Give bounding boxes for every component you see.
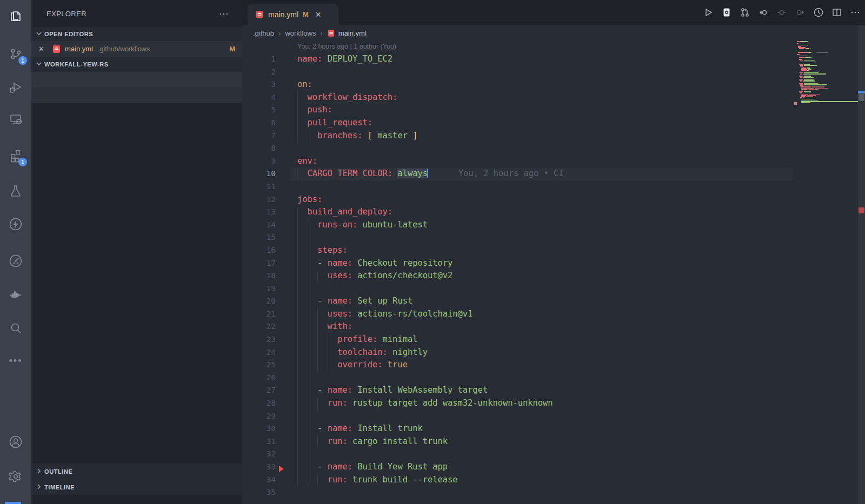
code-line-21[interactable]: 21 uses: actions-rs/toolchain@v1: [242, 308, 865, 321]
gutter-change-marker-icon[interactable]: [279, 466, 284, 472]
code-line-2[interactable]: 2: [242, 66, 865, 79]
open-editor-label: main.yml: [65, 45, 93, 53]
code-line-19[interactable]: 19: [242, 283, 865, 295]
open-editor-main-yml[interactable]: ✕main.yml.github/workflowsM: [31, 41, 242, 57]
code-line-23[interactable]: 23 profile: minimal: [242, 333, 865, 346]
code-line-29[interactable]: 29: [242, 410, 865, 423]
code-line-9[interactable]: 9env:: [242, 155, 865, 168]
tree-file-trunk-template-960cf5a09df46473.js[interactable]: [31, 166, 242, 182]
git-pullrequest-icon[interactable]: [739, 7, 750, 18]
code-line-22[interactable]: 22 with:: [242, 320, 865, 333]
code-line-11[interactable]: 11: [242, 180, 865, 193]
breadcrumb-item[interactable]: main.yml: [338, 29, 367, 37]
code-line-10[interactable]: 10 CARGO_TERM_COLOR: alwaysYou, 2 hours …: [242, 167, 865, 180]
activitybar-docker-icon[interactable]: [0, 284, 31, 307]
activitybar-more-icon[interactable]: •••: [0, 349, 31, 373]
code-line-15[interactable]: 15: [242, 231, 865, 244]
code-line-35[interactable]: 35: [242, 486, 865, 499]
breadcrumb-item[interactable]: .github: [253, 29, 274, 37]
tree-file-main.yml[interactable]: [31, 88, 242, 103]
explorer-more-icon[interactable]: ⋯: [219, 8, 229, 19]
code-line-26[interactable]: 26: [242, 372, 865, 385]
tree-file-app.rs[interactable]: [31, 307, 242, 322]
tree-file-index-fcf18a1c5456ee15.css[interactable]: [31, 119, 242, 135]
tree-file-mod.rs[interactable]: [31, 291, 242, 307]
tab-main-yml[interactable]: main.yml M ✕: [248, 4, 338, 25]
tree-folder-components[interactable]: [31, 197, 242, 213]
timeline-section-header[interactable]: TIMELINE: [31, 479, 242, 495]
code-line-4[interactable]: 4 workflow_dispatch:: [242, 91, 865, 104]
code-line-30[interactable]: 30 - name: Install trunk: [242, 422, 865, 435]
tab-close-icon[interactable]: ✕: [315, 10, 322, 19]
prev-change-icon[interactable]: [757, 7, 769, 18]
workspace-section-header[interactable]: WORKFALL-YEW-RS: [31, 57, 242, 72]
code-line-28[interactable]: 28 run: rustup target add wasm32-unknown…: [242, 397, 865, 410]
code-line-32[interactable]: 32: [242, 448, 865, 461]
code-line-8[interactable]: 8: [242, 142, 865, 155]
file-history-icon[interactable]: [813, 7, 824, 18]
tree-folder-views[interactable]: [31, 213, 242, 229]
tree-file-cargo.toml[interactable]: [31, 385, 242, 401]
activitybar-run-debug-icon[interactable]: [0, 76, 31, 99]
code-line-5[interactable]: 5 push:: [242, 104, 865, 117]
tree-file-trunk-template-960cf5a09df46473...[interactable]: [31, 150, 242, 166]
tree-file-index.html[interactable]: [31, 135, 242, 150]
tree-file-contact.rs[interactable]: [31, 244, 242, 260]
activitybar-testing-flask-icon[interactable]: [0, 179, 31, 203]
code-line-24[interactable]: 24 toolchain: nightly: [242, 346, 865, 359]
activitybar-extensions-icon[interactable]: 1: [0, 144, 31, 167]
code-line-6[interactable]: 6 pull_request:: [242, 117, 865, 130]
code-line-13[interactable]: 13 build_and_deploy:: [242, 206, 865, 219]
tree-folder-target[interactable]: [31, 338, 242, 354]
code-line-34[interactable]: 34 run: trunk build --release: [242, 474, 865, 487]
minimap[interactable]: [793, 25, 858, 504]
activitybar-thunder-icon[interactable]: [0, 212, 31, 236]
code-line-31[interactable]: 31 run: cargo install trunk: [242, 435, 865, 448]
tree-folder-.github-workflows[interactable]: [31, 72, 242, 88]
activitybar-search-icon[interactable]: [0, 317, 31, 340]
tree-folder-src[interactable]: [31, 182, 242, 197]
code-line-1[interactable]: 1name: DEPLOY_TO_EC2: [242, 53, 865, 66]
line-number: 16: [242, 244, 276, 257]
tree-file-main.rs[interactable]: [31, 322, 242, 338]
split-editor-icon[interactable]: [831, 7, 842, 18]
tree-file-license-apache[interactable]: [31, 432, 242, 448]
code-line-14[interactable]: 14 runs-on: ubuntu-latest: [242, 219, 865, 232]
code-line-16[interactable]: 16 steps:: [242, 244, 865, 257]
tree-file-license-mit[interactable]: [31, 448, 242, 463]
scrollbar[interactable]: [858, 25, 865, 504]
play-icon[interactable]: [702, 7, 714, 18]
code-line-33[interactable]: 33 - name: Build Yew Rust app: [242, 461, 865, 474]
outline-section-header[interactable]: OUTLINE: [31, 463, 242, 479]
tree-file-faq.rs[interactable]: [31, 260, 242, 275]
activitybar-explorer-icon[interactable]: [0, 4, 31, 28]
code-line-27[interactable]: 27 - name: Install WebAssembly target: [242, 384, 865, 397]
activitybar-settings-gear-icon[interactable]: [0, 465, 31, 488]
activitybar-account-icon[interactable]: [0, 430, 31, 454]
tree-file-index.scss[interactable]: [31, 416, 242, 432]
code-line-18[interactable]: 18 uses: actions/checkout@v2: [242, 270, 865, 283]
device-gear-icon[interactable]: [721, 7, 732, 18]
code-line-17[interactable]: 17 - name: Checkout repository: [242, 257, 865, 270]
tree-file-.gitignore[interactable]: [31, 354, 242, 369]
activitybar-gitlens-icon[interactable]: [0, 249, 31, 273]
code-editor[interactable]: 1name: DEPLOY_TO_EC223on:4 workflow_disp…: [242, 53, 865, 504]
line-number: 35: [242, 486, 276, 499]
code-line-12[interactable]: 12jobs:: [242, 193, 865, 206]
code-line-3[interactable]: 3on:: [242, 78, 865, 91]
close-icon[interactable]: ✕: [38, 45, 44, 53]
open-editors-header[interactable]: OPEN EDITORS: [31, 27, 242, 41]
tree-file-about.rs[interactable]: [31, 229, 242, 244]
indent-guide: [297, 448, 298, 461]
code-line-20[interactable]: 20 - name: Set up Rust: [242, 295, 865, 308]
more-actions-icon[interactable]: [849, 7, 861, 18]
tree-file-index.html[interactable]: [31, 401, 242, 416]
tree-file-cargo.lock[interactable]: [31, 369, 242, 385]
code-line-7[interactable]: 7 branches: [ master ]: [242, 130, 865, 143]
activitybar-remote-explorer-icon[interactable]: [0, 107, 31, 131]
breadcrumb-item[interactable]: workflows: [285, 29, 316, 37]
tree-file-home.rs[interactable]: [31, 275, 242, 291]
tree-folder-dist[interactable]: [31, 103, 242, 119]
code-line-25[interactable]: 25 override: true: [242, 359, 865, 372]
activitybar-source-control-icon[interactable]: 1: [0, 42, 31, 66]
